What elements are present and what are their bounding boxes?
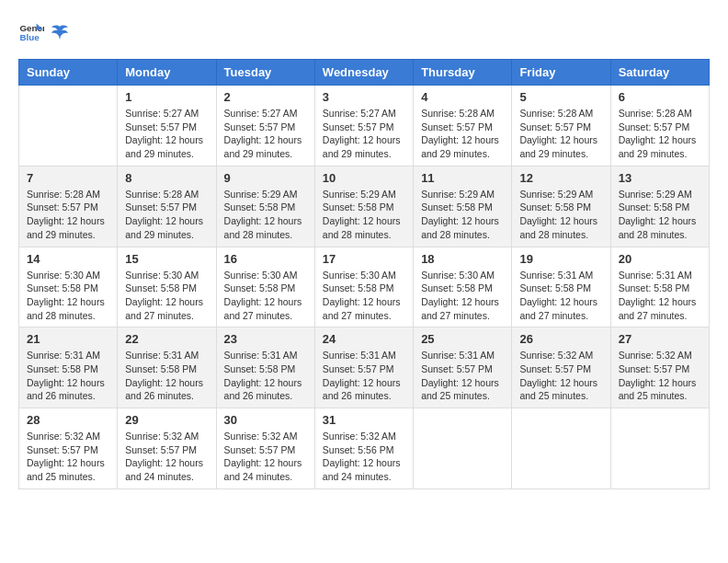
- week-row-3: 14Sunrise: 5:30 AM Sunset: 5:58 PM Dayli…: [19, 247, 710, 327]
- day-info: Sunrise: 5:31 AM Sunset: 5:58 PM Dayligh…: [224, 349, 307, 403]
- day-number: 9: [224, 171, 307, 185]
- day-number: 25: [421, 332, 504, 346]
- calendar-cell: [19, 86, 118, 167]
- day-info: Sunrise: 5:27 AM Sunset: 5:57 PM Dayligh…: [224, 107, 307, 161]
- calendar-cell: [414, 408, 512, 489]
- day-number: 23: [224, 332, 307, 346]
- calendar-cell: 15Sunrise: 5:30 AM Sunset: 5:58 PM Dayli…: [118, 247, 216, 327]
- header-row: SundayMondayTuesdayWednesdayThursdayFrid…: [19, 60, 710, 86]
- day-info: Sunrise: 5:30 AM Sunset: 5:58 PM Dayligh…: [421, 269, 504, 323]
- day-number: 26: [519, 332, 602, 346]
- week-row-4: 21Sunrise: 5:31 AM Sunset: 5:58 PM Dayli…: [19, 327, 710, 408]
- day-number: 1: [125, 90, 208, 104]
- calendar-cell: 19Sunrise: 5:31 AM Sunset: 5:58 PM Dayli…: [512, 247, 610, 327]
- calendar-cell: 9Sunrise: 5:29 AM Sunset: 5:58 PM Daylig…: [216, 166, 314, 247]
- calendar-cell: 25Sunrise: 5:31 AM Sunset: 5:57 PM Dayli…: [414, 327, 512, 408]
- day-info: Sunrise: 5:29 AM Sunset: 5:58 PM Dayligh…: [519, 188, 602, 242]
- header-friday: Friday: [512, 60, 610, 86]
- calendar-cell: 29Sunrise: 5:32 AM Sunset: 5:57 PM Dayli…: [118, 408, 216, 489]
- day-number: 4: [421, 90, 504, 104]
- calendar-cell: 2Sunrise: 5:27 AM Sunset: 5:57 PM Daylig…: [216, 86, 314, 167]
- day-info: Sunrise: 5:28 AM Sunset: 5:57 PM Dayligh…: [519, 107, 602, 161]
- day-number: 15: [125, 252, 208, 266]
- day-number: 5: [519, 90, 602, 104]
- day-number: 12: [519, 171, 602, 185]
- calendar-cell: 27Sunrise: 5:32 AM Sunset: 5:57 PM Dayli…: [610, 327, 709, 408]
- calendar-cell: 16Sunrise: 5:30 AM Sunset: 5:58 PM Dayli…: [216, 247, 314, 327]
- calendar-cell: 28Sunrise: 5:32 AM Sunset: 5:57 PM Dayli…: [19, 408, 118, 489]
- calendar-cell: 13Sunrise: 5:29 AM Sunset: 5:58 PM Dayli…: [610, 166, 709, 247]
- calendar-cell: 12Sunrise: 5:29 AM Sunset: 5:58 PM Dayli…: [512, 166, 610, 247]
- svg-text:Blue: Blue: [19, 32, 40, 42]
- day-info: Sunrise: 5:28 AM Sunset: 5:57 PM Dayligh…: [619, 107, 701, 161]
- calendar-cell: 24Sunrise: 5:31 AM Sunset: 5:57 PM Dayli…: [314, 327, 413, 408]
- calendar-cell: 7Sunrise: 5:28 AM Sunset: 5:57 PM Daylig…: [19, 166, 118, 247]
- day-info: Sunrise: 5:32 AM Sunset: 5:57 PM Dayligh…: [519, 349, 602, 403]
- day-info: Sunrise: 5:27 AM Sunset: 5:57 PM Dayligh…: [323, 107, 405, 161]
- week-row-1: 1Sunrise: 5:27 AM Sunset: 5:57 PM Daylig…: [19, 86, 710, 167]
- day-number: 20: [619, 252, 701, 266]
- day-info: Sunrise: 5:28 AM Sunset: 5:57 PM Dayligh…: [27, 188, 109, 242]
- day-info: Sunrise: 5:31 AM Sunset: 5:57 PM Dayligh…: [421, 349, 504, 403]
- calendar-cell: 1Sunrise: 5:27 AM Sunset: 5:57 PM Daylig…: [118, 86, 216, 167]
- day-info: Sunrise: 5:32 AM Sunset: 5:57 PM Dayligh…: [125, 430, 208, 484]
- page-header: General Blue: [18, 18, 710, 44]
- calendar-cell: 26Sunrise: 5:32 AM Sunset: 5:57 PM Dayli…: [512, 327, 610, 408]
- day-info: Sunrise: 5:30 AM Sunset: 5:58 PM Dayligh…: [27, 269, 109, 323]
- header-sunday: Sunday: [19, 60, 118, 86]
- day-number: 13: [619, 171, 701, 185]
- day-info: Sunrise: 5:31 AM Sunset: 5:57 PM Dayligh…: [323, 349, 405, 403]
- header-saturday: Saturday: [610, 60, 709, 86]
- day-number: 22: [125, 332, 208, 346]
- day-info: Sunrise: 5:31 AM Sunset: 5:58 PM Dayligh…: [619, 269, 701, 323]
- calendar-cell: 3Sunrise: 5:27 AM Sunset: 5:57 PM Daylig…: [314, 86, 413, 167]
- day-info: Sunrise: 5:30 AM Sunset: 5:58 PM Dayligh…: [125, 269, 208, 323]
- day-info: Sunrise: 5:28 AM Sunset: 5:57 PM Dayligh…: [125, 188, 208, 242]
- day-info: Sunrise: 5:29 AM Sunset: 5:58 PM Dayligh…: [224, 188, 307, 242]
- day-info: Sunrise: 5:32 AM Sunset: 5:56 PM Dayligh…: [323, 430, 405, 484]
- calendar-cell: 5Sunrise: 5:28 AM Sunset: 5:57 PM Daylig…: [512, 86, 610, 167]
- calendar-cell: 11Sunrise: 5:29 AM Sunset: 5:58 PM Dayli…: [414, 166, 512, 247]
- day-number: 21: [27, 332, 109, 346]
- calendar-cell: 31Sunrise: 5:32 AM Sunset: 5:56 PM Dayli…: [314, 408, 413, 489]
- day-number: 30: [224, 413, 307, 427]
- day-number: 29: [125, 413, 208, 427]
- calendar-cell: 4Sunrise: 5:28 AM Sunset: 5:57 PM Daylig…: [414, 86, 512, 167]
- calendar-table: SundayMondayTuesdayWednesdayThursdayFrid…: [18, 59, 710, 489]
- day-number: 14: [27, 252, 109, 266]
- day-number: 7: [27, 171, 109, 185]
- calendar-cell: 20Sunrise: 5:31 AM Sunset: 5:58 PM Dayli…: [610, 247, 709, 327]
- day-info: Sunrise: 5:32 AM Sunset: 5:57 PM Dayligh…: [224, 430, 307, 484]
- day-info: Sunrise: 5:27 AM Sunset: 5:57 PM Dayligh…: [125, 107, 208, 161]
- calendar-cell: 14Sunrise: 5:30 AM Sunset: 5:58 PM Dayli…: [19, 247, 118, 327]
- day-number: 18: [421, 252, 504, 266]
- calendar-cell: [512, 408, 610, 489]
- calendar-cell: 22Sunrise: 5:31 AM Sunset: 5:58 PM Dayli…: [118, 327, 216, 408]
- day-number: 31: [323, 413, 405, 427]
- calendar-cell: 17Sunrise: 5:30 AM Sunset: 5:58 PM Dayli…: [314, 247, 413, 327]
- day-number: 24: [323, 332, 405, 346]
- day-info: Sunrise: 5:31 AM Sunset: 5:58 PM Dayligh…: [125, 349, 208, 403]
- header-tuesday: Tuesday: [216, 60, 314, 86]
- logo-bird-icon: [50, 23, 70, 43]
- week-row-5: 28Sunrise: 5:32 AM Sunset: 5:57 PM Dayli…: [19, 408, 710, 489]
- day-number: 16: [224, 252, 307, 266]
- day-number: 19: [519, 252, 602, 266]
- day-info: Sunrise: 5:31 AM Sunset: 5:58 PM Dayligh…: [27, 349, 109, 403]
- calendar-cell: 6Sunrise: 5:28 AM Sunset: 5:57 PM Daylig…: [610, 86, 709, 167]
- header-thursday: Thursday: [414, 60, 512, 86]
- calendar-cell: 23Sunrise: 5:31 AM Sunset: 5:58 PM Dayli…: [216, 327, 314, 408]
- day-number: 3: [323, 90, 405, 104]
- logo: General Blue: [18, 18, 72, 44]
- day-number: 27: [619, 332, 701, 346]
- calendar-cell: 10Sunrise: 5:29 AM Sunset: 5:58 PM Dayli…: [314, 166, 413, 247]
- header-monday: Monday: [118, 60, 216, 86]
- calendar-cell: 8Sunrise: 5:28 AM Sunset: 5:57 PM Daylig…: [118, 166, 216, 247]
- day-number: 8: [125, 171, 208, 185]
- day-info: Sunrise: 5:29 AM Sunset: 5:58 PM Dayligh…: [421, 188, 504, 242]
- day-info: Sunrise: 5:29 AM Sunset: 5:58 PM Dayligh…: [323, 188, 405, 242]
- day-number: 17: [323, 252, 405, 266]
- day-number: 2: [224, 90, 307, 104]
- day-info: Sunrise: 5:30 AM Sunset: 5:58 PM Dayligh…: [323, 269, 405, 323]
- day-number: 28: [27, 413, 109, 427]
